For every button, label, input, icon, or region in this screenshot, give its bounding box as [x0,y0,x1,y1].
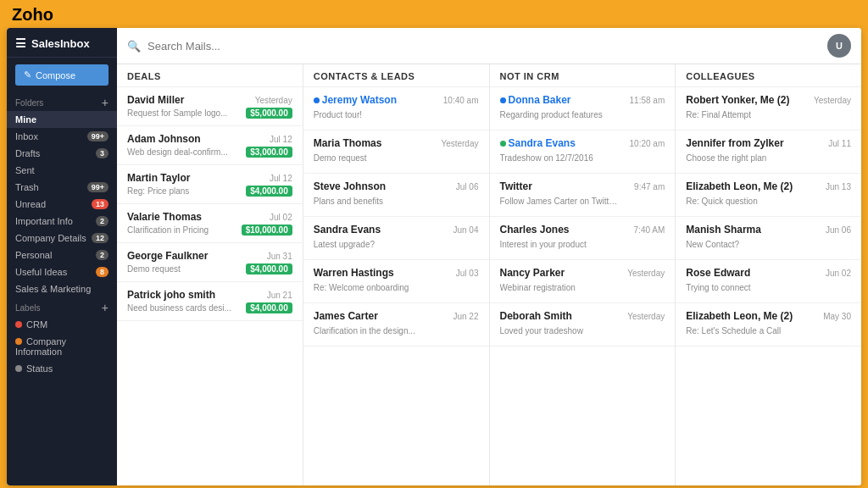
mail-sender: Patrick joho smith [127,289,215,301]
mail-sender: Jeremy Watson [314,94,397,106]
sidebar-item-trash[interactable]: Trash 99+ [7,179,117,196]
mail-sender: George Faulkner [127,250,208,262]
sidebar-item-label-crm[interactable]: CRM [7,316,117,333]
personal-badge: 2 [96,250,108,260]
trash-label: Trash [15,182,39,192]
sidebar-item-sent[interactable]: Sent [7,162,117,179]
mail-date: 9:47 am [634,182,665,191]
list-item[interactable]: Adam Johnson Jul 12 Web design deal-conf… [117,126,303,165]
compose-icon: ✎ [24,69,31,80]
sidebar-item-label-status[interactable]: Status [7,360,117,377]
sidebar-item-inbox[interactable]: Inbox 99+ [7,128,117,145]
sidebar-item-label-company-info[interactable]: Company Information [7,333,117,360]
sidebar-item-mine[interactable]: Mine [7,111,117,128]
list-item[interactable]: Twitter 9:47 am Follow James Carter on T… [490,174,676,217]
list-item[interactable]: Sandra Evans 10:20 am Tradeshow on 12/7/… [490,130,676,174]
mail-date: Jul 11 [828,139,851,148]
sidebar-item-company[interactable]: Company Details 12 [7,230,117,247]
sidebar-item-drafts[interactable]: Drafts 3 [7,145,117,162]
mail-date: Jul 02 [270,213,292,222]
add-label-icon[interactable]: + [102,301,108,314]
mail-date: 10:40 am [443,96,479,105]
list-item[interactable]: George Faulkner Jun 31 Demo request $4,0… [117,243,303,282]
labels-label: Labels [15,303,40,313]
search-input[interactable] [147,40,821,53]
mail-date: Yesterday [627,312,665,321]
list-item[interactable]: David Miller Yesterday Request for Sampl… [117,87,303,126]
list-item[interactable]: Robert Yonker, Me (2) Yesterday Re: Fina… [676,87,861,130]
mail-date: 7:40 AM [634,225,665,235]
list-item[interactable]: Maria Thomas Yesterday Demo request [303,130,489,174]
unread-badge: 13 [92,199,108,209]
useful-badge: 8 [96,267,108,277]
crm-dot [15,321,22,328]
sidebar-item-personal[interactable]: Personal 2 [7,247,117,263]
sidebar-item-important[interactable]: Important Info 2 [7,213,117,230]
mail-sender: Maria Thomas [314,137,382,149]
mail-sender: Steve Johnson [314,180,386,192]
list-item[interactable]: Valarie Thomas Jul 02 Clarification in P… [117,204,303,243]
app-title: Zoho [12,5,53,24]
list-item[interactable]: Steve Johnson Jul 06 Plans and benefits [303,174,489,217]
list-item[interactable]: Jeremy Watson 10:40 am Product tour! [303,87,489,130]
list-item[interactable]: Rose Edward Jun 02 Trying to connect [676,260,861,303]
deal-amount: $4,000.00 [246,186,292,197]
mail-preview: Interest in your product [500,240,587,249]
sidebar-item-sales[interactable]: Sales & Marketing [7,280,117,297]
sidebar: ☰ SalesInbox ✎ Compose Folders + Mine In… [7,28,117,485]
mail-date: Jun 06 [826,225,851,235]
sidebar-item-useful[interactable]: Useful Ideas 8 [7,263,117,280]
mail-date: Jul 12 [270,135,292,144]
mail-preview: Follow James Carter on Twitter! [500,197,619,206]
labels-section: Labels + [7,297,117,316]
avatar[interactable]: U [827,34,851,58]
compose-button[interactable]: ✎ Compose [15,64,108,86]
deals-header: DEALS [117,64,303,87]
mine-label: Mine [15,114,36,125]
list-item[interactable]: Nancy Parker Yesterday Webinar registrat… [490,260,676,303]
company-badge: 12 [92,233,108,243]
list-item[interactable]: Warren Hastings Jul 03 Re: Welcome onboa… [303,260,489,303]
list-item[interactable]: Jennifer from Zylker Jul 11 Choose the r… [676,130,861,174]
company-info-dot [15,338,22,345]
colleagues-column: COLLEAGUES Robert Yonker, Me (2) Yesterd… [676,64,861,485]
list-item[interactable]: Manish Sharma Jun 06 New Contact? [676,217,861,260]
sidebar-brand-label: SalesInbox [31,37,90,50]
mail-preview: Reg: Price plans [127,186,189,196]
personal-label: Personal [15,250,52,260]
drafts-badge: 3 [96,148,108,158]
main-content: 🔍 U DEALS David Miller Yesterday Request… [117,28,861,485]
list-item[interactable]: Donna Baker 11:58 am Regarding product f… [490,87,676,130]
mail-date: Jul 12 [270,174,292,183]
deals-column: DEALS David Miller Yesterday Request for… [117,64,303,485]
useful-label: Useful Ideas [15,267,67,277]
mail-date: Yesterday [255,96,292,105]
mail-date: Jul 06 [456,182,479,191]
list-item[interactable]: Patrick joho smith Jun 21 Need business … [117,282,303,321]
mail-sender: Robert Yonker, Me (2) [686,94,789,106]
mail-sender: Manish Sharma [686,224,761,236]
list-item[interactable]: Deborah Smith Yesterday Loved your trade… [490,303,676,347]
sidebar-item-unread[interactable]: Unread 13 [7,196,117,213]
mail-date: Yesterday [814,96,851,105]
mail-preview: Clarification in the design... [314,326,415,336]
mail-date: Jul 03 [456,269,479,278]
mail-date: Jun 04 [453,225,478,235]
sent-label: Sent [15,165,35,175]
mail-sender: Nancy Parker [500,267,565,279]
notincrm-header: NOT IN CRM [490,64,676,87]
list-item[interactable]: Elizabeth Leon, Me (2) May 30 Re: Let's … [676,303,861,347]
mail-sender: James Carter [314,310,378,322]
list-item[interactable]: Charles Jones 7:40 AM Interest in your p… [490,217,676,260]
hamburger-icon[interactable]: ☰ [15,36,26,50]
add-folder-icon[interactable]: + [102,96,108,109]
list-item[interactable]: Martin Taylor Jul 12 Reg: Price plans $4… [117,165,303,204]
app-container: ☰ SalesInbox ✎ Compose Folders + Mine In… [7,28,861,485]
mail-preview: Need business cards desi... [127,303,231,313]
list-item[interactable]: Elizabeth Leon, Me (2) Jun 13 Re: Quick … [676,174,861,217]
list-item[interactable]: James Carter Jun 22 Clarification in the… [303,303,489,347]
deal-amount: $5,000.00 [246,108,292,119]
inbox-label: Inbox [15,131,38,141]
list-item[interactable]: Sandra Evans Jun 04 Latest upgrade? [303,217,489,260]
mail-sender: Twitter [500,180,532,192]
